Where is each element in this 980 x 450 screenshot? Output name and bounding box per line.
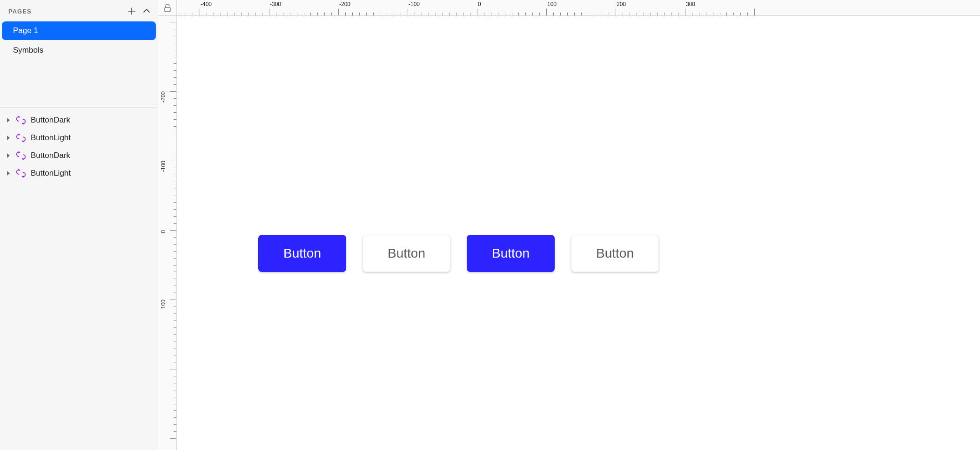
ruler-tick-label: -100 (160, 161, 167, 172)
symbol-instance-icon (16, 150, 26, 161)
ruler-tick-label: -400 (201, 1, 212, 7)
page-item-page1[interactable]: Page 1 (2, 21, 156, 40)
canvas-button-light[interactable]: Button (362, 235, 450, 272)
ruler-tick-label: 0 (478, 1, 481, 7)
ruler-tick-label: 200 (617, 1, 626, 7)
lock-open-icon (164, 4, 171, 12)
ruler-tick-label: -200 (160, 91, 167, 102)
ruler-corner[interactable] (158, 0, 177, 16)
collapse-pages-button[interactable] (142, 7, 151, 16)
layer-label: ButtonDark (31, 151, 70, 160)
layer-label: ButtonLight (31, 169, 71, 178)
add-page-button[interactable] (127, 7, 136, 16)
canvas-button-dark[interactable]: Button (258, 235, 346, 272)
pages-label: PAGES (8, 8, 32, 15)
layer-row[interactable]: ButtonDark (0, 147, 158, 164)
page-item-label: Page 1 (13, 26, 38, 35)
horizontal-ruler[interactable]: -400-300-200-1000100200300 (177, 0, 980, 16)
canvas-button-label: Button (283, 246, 321, 261)
canvas-button-light[interactable]: Button (571, 235, 659, 272)
layer-label: ButtonLight (31, 133, 71, 143)
symbol-instance-icon (16, 133, 26, 143)
ruler-tick-label: -300 (270, 1, 281, 7)
vertical-ruler[interactable]: -200-1000100 (158, 16, 177, 450)
layer-row[interactable]: ButtonLight (0, 129, 158, 147)
ruler-tick-label: -100 (409, 1, 420, 7)
chevron-up-icon (142, 7, 151, 16)
pages-header-actions (127, 7, 151, 16)
chevron-right-icon (6, 117, 11, 123)
layer-label: ButtonDark (31, 116, 70, 125)
canvas-area: -400-300-200-1000100200300 -200-1000100 … (158, 0, 980, 450)
ruler-tick-label: 100 (547, 1, 557, 7)
page-item-symbols[interactable]: Symbols (2, 41, 156, 60)
sidebar: PAGES Page 1 Symbols (0, 0, 158, 450)
page-list: Page 1 Symbols (0, 20, 158, 61)
pages-header: PAGES (0, 0, 158, 20)
chevron-right-icon (6, 135, 11, 141)
ruler-tick-label: 0 (160, 230, 167, 233)
canvas-button-label: Button (596, 246, 634, 261)
ruler-tick-label: 100 (160, 300, 167, 309)
symbol-instance-icon (16, 115, 26, 125)
ruler-tick-label: 300 (686, 1, 695, 7)
chevron-right-icon (6, 170, 11, 176)
svg-rect-0 (165, 7, 170, 12)
plus-icon (127, 7, 136, 16)
canvas-button-label: Button (388, 246, 425, 261)
ruler-tick-label: -200 (339, 1, 350, 7)
symbol-instance-icon (16, 168, 26, 178)
canvas-button-label: Button (492, 246, 530, 261)
page-item-label: Symbols (13, 46, 43, 55)
layer-row[interactable]: ButtonDark (0, 111, 158, 129)
chevron-right-icon (6, 153, 11, 158)
canvas[interactable]: ButtonButtonButtonButton (177, 16, 980, 450)
canvas-button-dark[interactable]: Button (467, 235, 555, 272)
layer-list: ButtonDark ButtonLight ButtonDark (0, 108, 158, 182)
layer-row[interactable]: ButtonLight (0, 164, 158, 182)
